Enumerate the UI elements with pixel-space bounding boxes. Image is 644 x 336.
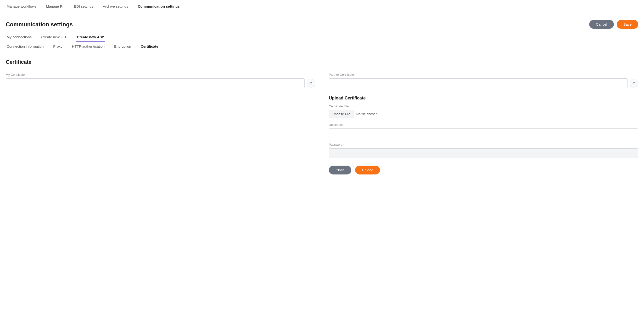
partner-certificate-input[interactable] (329, 78, 628, 88)
second-navigation: Connection information Proxy HTTP authen… (0, 42, 644, 51)
close-button[interactable]: Close (329, 165, 351, 175)
no-file-chosen-text: No file chosen (354, 110, 380, 118)
second-nav-connection-information[interactable]: Connection information (6, 42, 44, 51)
top-nav-item-archive-settings[interactable]: Archive settings (102, 0, 129, 13)
top-nav-item-communication-settings[interactable]: Communication settings (137, 0, 181, 13)
sub-nav-create-new-as2[interactable]: Create new AS2 (76, 33, 105, 42)
my-certificate-label: My Certificate (6, 73, 315, 76)
page-header: Communication settings Cancel Save (0, 13, 644, 33)
section-title: Certificate (6, 59, 638, 65)
my-certificate-field-row: ⚙ (6, 78, 315, 88)
certificate-file-label: Certificate File (329, 104, 638, 108)
save-button[interactable]: Save (617, 20, 638, 29)
main-content: Certificate My Certificate ⚙ Partner Cer… (0, 51, 644, 182)
upload-button[interactable]: Upload (355, 165, 380, 175)
upload-section-buttons: Close Upload (329, 165, 638, 175)
partner-certificate-label: Partner Certificate (329, 73, 638, 76)
gear-icon: ⚙ (309, 81, 312, 86)
right-column: Partner Certificate ⚙ Upload Certificate… (321, 73, 638, 175)
upload-certificate-title: Upload Certificate (329, 96, 638, 101)
header-buttons: Cancel Save (589, 20, 638, 29)
cancel-button[interactable]: Cancel (589, 20, 614, 29)
choose-file-button[interactable]: Choose File (329, 110, 354, 118)
second-nav-encryption[interactable]: Encryption (113, 42, 132, 51)
second-nav-proxy[interactable]: Proxy (52, 42, 63, 51)
top-nav-item-manage-pii[interactable]: Manage PII (45, 0, 65, 13)
password-label: Password (329, 143, 638, 146)
top-navigation: Manage workflows Manage PII EDI settings… (0, 0, 644, 13)
sub-nav-my-connections[interactable]: My connections (6, 33, 32, 42)
sub-navigation: My connections Create new FTP Create new… (0, 33, 644, 42)
top-nav-item-manage-workflows[interactable]: Manage workflows (6, 0, 37, 13)
columns-layout: My Certificate ⚙ Partner Certificate ⚙ (6, 73, 638, 175)
partner-certificate-gear-button[interactable]: ⚙ (630, 79, 638, 87)
upload-certificate-section: Upload Certificate Certificate File Choo… (329, 96, 638, 175)
second-nav-http-authentication[interactable]: HTTP authentication (71, 42, 106, 51)
password-input[interactable] (329, 148, 638, 158)
certificate-file-input-row: Choose File No file chosen (329, 110, 638, 118)
my-certificate-gear-button[interactable]: ⚙ (306, 79, 315, 87)
description-label: Description (329, 123, 638, 126)
gear-icon: ⚙ (632, 81, 636, 86)
my-certificate-input[interactable] (6, 78, 305, 88)
partner-certificate-section: Partner Certificate ⚙ (329, 73, 638, 88)
my-certificate-section: My Certificate ⚙ (6, 73, 321, 175)
description-input[interactable] (329, 128, 638, 138)
partner-certificate-field-row: ⚙ (329, 78, 638, 88)
second-nav-certificate[interactable]: Certificate (140, 42, 159, 51)
top-nav-item-edi-settings[interactable]: EDI settings (73, 0, 94, 13)
page-title: Communication settings (6, 21, 73, 28)
sub-nav-create-new-ftp[interactable]: Create new FTP (40, 33, 68, 42)
